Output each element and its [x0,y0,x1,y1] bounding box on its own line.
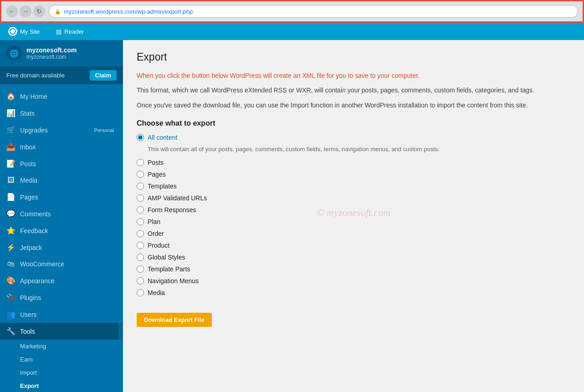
radio-product[interactable]: Product [137,242,570,249]
amp-label: AMP Validated URLs [148,194,207,202]
sidebar-item-label: Jetpack [20,244,42,251]
radio-templates[interactable]: Templates [137,183,570,190]
sidebar-item-label: Users [20,311,37,318]
sidebar-item-users[interactable]: 👥 Users [0,306,123,323]
plan-label: Plan [148,218,160,225]
sidebar-item-label: Appearance [20,277,55,285]
wp-topbar: My Site ▤ Reader [0,23,584,40]
sidebar-subitem-import[interactable]: Import [0,366,123,379]
radio-order[interactable]: Order [137,230,570,237]
sidebar-item-upgrades[interactable]: 🛒 Upgrades Personal [0,122,123,138]
intro-text1: This format, which we call WordPress eXt… [137,85,570,95]
sidebar-item-posts[interactable]: 📝 Posts [0,155,123,172]
export-options: All content This will contain all of you… [137,134,570,296]
browser-chrome: ← → ↻ 🔒 myzonesoft.wordpress.com/wp-admi… [0,0,584,23]
radio-navigation-menus[interactable]: Navigation Menus [137,277,570,285]
sidebar-item-my-home[interactable]: 🏠 My Home [0,88,123,105]
radio-form-responses-input[interactable] [137,206,144,214]
sidebar-item-label: Pages [20,193,38,201]
radio-product-input[interactable] [137,242,144,249]
site-details: myzonesoft.com myzonesoft.com [26,46,77,60]
sidebar-item-stats[interactable]: 📊 Stats [0,105,123,122]
sidebar-item-media[interactable]: 🖼 Media [0,172,123,188]
pages-label: Pages [148,171,166,178]
sidebar-item-feedback[interactable]: ⭐ Feedback [0,222,123,239]
radio-templates-input[interactable] [137,183,144,190]
radio-form-responses[interactable]: Form Responses [137,206,570,214]
sidebar-item-label: Stats [20,110,35,117]
sidebar-subitem-export[interactable]: Export [0,379,123,392]
site-name: myzonesoft.com [26,46,77,54]
navigation-menus-label: Navigation Menus [148,277,199,285]
main-layout: 🌐 myzonesoft.com myzonesoft.com Free dom… [0,40,584,392]
claim-button[interactable]: Claim [90,70,117,81]
radio-pages-input[interactable] [137,171,144,178]
sidebar-item-inbox[interactable]: 📥 Inbox [0,138,123,155]
site-url: myzonesoft.com [26,54,77,60]
domain-banner: Free domain available Claim [0,66,123,84]
radio-posts-input[interactable] [137,159,144,166]
sidebar-item-comments[interactable]: 💬 Comments [0,205,123,222]
sidebar-item-label: Upgrades [20,127,48,134]
pages-icon: 📄 [6,193,15,201]
sidebar-item-label: Tools [20,328,35,335]
intro-highlight: When you click the button below WordPres… [137,71,570,81]
export-label: Export [20,382,39,389]
radio-template-parts-input[interactable] [137,265,144,273]
intro-text2: Once you've saved the download file, you… [137,100,570,110]
forward-button[interactable]: → [20,5,31,17]
sidebar-subitem-earn[interactable]: Earn [0,353,123,366]
radio-media-input[interactable] [137,289,144,296]
radio-amp-input[interactable] [137,194,144,202]
reader-topbar-item[interactable]: ▤ Reader [52,23,87,40]
page-title: Export [137,51,570,63]
media-label: Media [148,289,165,296]
wp-logo [8,27,17,36]
sidebar-item-label: Feedback [20,227,48,234]
radio-plan-input[interactable] [137,218,144,225]
home-icon: 🏠 [6,92,15,101]
upgrades-badge: Personal [92,127,117,133]
avatar-icon: 🌐 [10,49,19,58]
sidebar-item-label: Inbox [20,143,36,151]
radio-plan[interactable]: Plan [137,218,570,225]
plugins-icon: 🔌 [6,293,15,302]
radio-global-styles-input[interactable] [137,254,144,261]
download-export-button[interactable]: Download Export File [137,313,212,327]
upgrades-icon: 🛒 [6,126,15,134]
radio-posts[interactable]: Posts [137,159,570,166]
choose-heading: Choose what to export [137,119,570,127]
sidebar-item-label: WooCommerce [20,260,64,268]
product-label: Product [148,242,169,249]
sidebar-item-pages[interactable]: 📄 Pages [0,188,123,205]
sidebar-item-appearance[interactable]: 🎨 Appearance [0,272,123,289]
sidebar: 🌐 myzonesoft.com myzonesoft.com Free dom… [0,40,123,392]
sidebar-item-tools[interactable]: 🔧 Tools [0,323,123,340]
radio-all-content-input[interactable] [137,134,144,141]
sidebar-subitem-marketing[interactable]: Marketing [0,340,123,353]
domain-text: Free domain available [6,72,65,79]
tools-arrow [118,323,123,340]
address-bar[interactable]: 🔒 myzonesoft.wordpress.com/wp-admin/expo… [49,5,578,18]
all-content-desc: This will contain all of your posts, pag… [148,146,570,153]
marketing-label: Marketing [20,343,46,350]
radio-template-parts[interactable]: Template Parts [137,265,570,273]
sidebar-item-label: Comments [20,210,51,218]
radio-order-input[interactable] [137,230,144,237]
radio-global-styles[interactable]: Global Styles [137,254,570,261]
sidebar-item-plugins[interactable]: 🔌 Plugins [0,289,123,306]
inbox-icon: 📥 [6,143,15,151]
reader-icon: ▤ [56,28,61,35]
back-button[interactable]: ← [6,5,18,17]
woocommerce-icon: 🛍 [6,260,15,268]
radio-navigation-menus-input[interactable] [137,277,144,285]
radio-pages[interactable]: Pages [137,171,570,178]
radio-all-content[interactable]: All content [137,134,570,141]
my-site-topbar-item[interactable]: My Site [5,23,43,40]
radio-media[interactable]: Media [137,289,570,296]
sidebar-item-woocommerce[interactable]: 🛍 WooCommerce [0,256,123,272]
sidebar-item-jetpack[interactable]: ⚡ Jetpack [0,239,123,256]
sidebar-item-label: Plugins [20,294,41,301]
refresh-button[interactable]: ↻ [33,5,45,17]
radio-amp[interactable]: AMP Validated URLs [137,194,570,202]
